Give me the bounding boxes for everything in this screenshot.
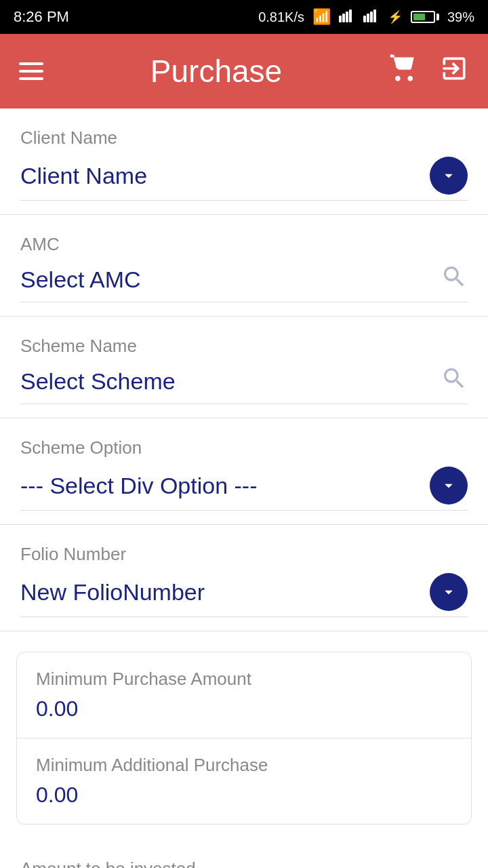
min-purchase-value: 0.00 bbox=[36, 696, 452, 722]
scheme-search-icon[interactable] bbox=[441, 365, 468, 398]
scheme-name-field[interactable]: Select Scheme bbox=[20, 365, 468, 404]
client-name-label: Client Name bbox=[20, 127, 468, 149]
svg-rect-2 bbox=[346, 12, 348, 22]
svg-rect-1 bbox=[342, 14, 345, 22]
scheme-name-value: Select Scheme bbox=[20, 368, 176, 395]
amc-section: AMC Select AMC bbox=[0, 215, 488, 317]
client-name-value: Client Name bbox=[20, 163, 147, 189]
min-additional-label: Minimum Additional Purchase bbox=[36, 755, 452, 776]
status-time: 8:26 PM bbox=[14, 8, 69, 26]
folio-number-field[interactable]: New FolioNumber bbox=[20, 573, 468, 617]
min-additional-row: Minimum Additional Purchase 0.00 bbox=[17, 738, 471, 824]
battery-percent: 39% bbox=[447, 9, 474, 25]
svg-rect-7 bbox=[373, 9, 376, 22]
scheme-option-label: Scheme Option bbox=[20, 437, 468, 458]
client-name-dropdown[interactable] bbox=[430, 157, 468, 195]
signal-icon bbox=[339, 9, 355, 26]
network-speed: 0.81K/s bbox=[258, 9, 304, 25]
folio-number-section: Folio Number New FolioNumber bbox=[0, 525, 488, 631]
menu-icon[interactable] bbox=[19, 62, 43, 80]
amount-label: Amount to be invested bbox=[20, 859, 468, 868]
page-title: Purchase bbox=[64, 53, 369, 90]
battery-icon bbox=[411, 11, 439, 23]
min-additional-value: 0.00 bbox=[36, 783, 452, 808]
amc-search-icon[interactable] bbox=[441, 263, 468, 296]
main-content: Client Name Client Name AMC Select AMC S… bbox=[0, 108, 488, 868]
amc-field[interactable]: Select AMC bbox=[20, 263, 468, 302]
exit-icon[interactable] bbox=[439, 54, 469, 90]
status-bar: 8:26 PM 0.81K/s 📶 ⚡ bbox=[0, 0, 488, 34]
min-purchase-label: Minimum Purchase Amount bbox=[36, 669, 452, 690]
time-display: 8:26 PM bbox=[14, 8, 69, 26]
scheme-option-value: --- Select Div Option --- bbox=[20, 473, 258, 499]
amc-value: Select AMC bbox=[20, 267, 141, 293]
scheme-option-field[interactable]: --- Select Div Option --- bbox=[20, 467, 468, 511]
cart-icon[interactable] bbox=[389, 54, 419, 90]
client-name-section: Client Name Client Name bbox=[0, 108, 488, 215]
folio-number-dropdown[interactable] bbox=[430, 573, 468, 611]
bolt-icon: ⚡ bbox=[388, 9, 403, 24]
svg-rect-4 bbox=[363, 16, 366, 22]
scheme-option-section: Scheme Option --- Select Div Option --- bbox=[0, 418, 488, 525]
signal2-icon bbox=[363, 9, 380, 26]
info-card: Minimum Purchase Amount 0.00 Minimum Add… bbox=[16, 652, 472, 825]
svg-rect-5 bbox=[367, 14, 369, 22]
svg-rect-0 bbox=[339, 16, 342, 22]
status-icons: 0.81K/s 📶 ⚡ 39% bbox=[258, 8, 474, 26]
scheme-option-dropdown[interactable] bbox=[430, 467, 468, 505]
scheme-name-section: Scheme Name Select Scheme bbox=[0, 317, 488, 418]
folio-number-label: Folio Number bbox=[20, 544, 468, 565]
scheme-name-label: Scheme Name bbox=[20, 336, 468, 357]
svg-rect-3 bbox=[349, 9, 352, 22]
folio-number-value: New FolioNumber bbox=[20, 579, 205, 606]
amount-section: Amount to be invested bbox=[0, 845, 488, 868]
min-purchase-row: Minimum Purchase Amount 0.00 bbox=[17, 652, 471, 738]
client-name-field[interactable]: Client Name bbox=[20, 157, 468, 201]
svg-rect-6 bbox=[370, 12, 373, 22]
amc-label: AMC bbox=[20, 234, 468, 255]
app-bar: Purchase bbox=[0, 34, 488, 108]
wifi-icon: 📶 bbox=[312, 8, 331, 26]
